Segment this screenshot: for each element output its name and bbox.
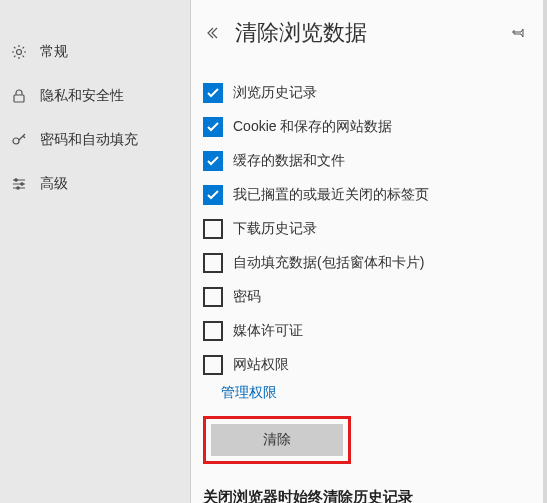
panel-title: 清除浏览数据 <box>235 18 509 48</box>
sidebar-item-general[interactable]: 常规 <box>0 30 190 74</box>
svg-point-2 <box>13 138 19 144</box>
manage-permissions-link[interactable]: 管理权限 <box>191 384 547 402</box>
checkbox[interactable] <box>203 321 223 341</box>
checkbox[interactable] <box>203 287 223 307</box>
checkbox[interactable] <box>203 151 223 171</box>
checkbox-row[interactable]: 下载历史记录 <box>203 212 535 246</box>
back-button[interactable] <box>203 23 225 43</box>
checkbox[interactable] <box>203 185 223 205</box>
pin-icon[interactable] <box>509 23 529 43</box>
checkbox-row[interactable]: 缓存的数据和文件 <box>203 144 535 178</box>
checkbox[interactable] <box>203 253 223 273</box>
clear-options-list: 浏览历史记录Cookie 和保存的网站数据缓存的数据和文件我已搁置的或最近关闭的… <box>191 68 547 382</box>
key-icon <box>10 131 28 149</box>
sidebar-item-label: 常规 <box>40 43 68 61</box>
settings-sidebar: 常规 隐私和安全性 密码和自动填充 高级 <box>0 0 190 503</box>
checkbox-row[interactable]: 自动填充数据(包括窗体和卡片) <box>203 246 535 280</box>
sliders-icon <box>10 175 28 193</box>
panel-header: 清除浏览数据 <box>191 0 547 68</box>
sidebar-item-label: 隐私和安全性 <box>40 87 124 105</box>
main-panel: 清除浏览数据 浏览历史记录Cookie 和保存的网站数据缓存的数据和文件我已搁置… <box>190 0 547 503</box>
checkbox-label: 浏览历史记录 <box>233 84 317 102</box>
svg-point-4 <box>21 183 23 185</box>
clear-button-highlight: 清除 <box>203 416 351 464</box>
checkbox[interactable] <box>203 355 223 375</box>
checkbox-label: 媒体许可证 <box>233 322 303 340</box>
checkbox-label: 我已搁置的或最近关闭的标签页 <box>233 186 429 204</box>
checkbox[interactable] <box>203 117 223 137</box>
clear-button[interactable]: 清除 <box>211 424 343 456</box>
checkbox-row[interactable]: 我已搁置的或最近关闭的标签页 <box>203 178 535 212</box>
checkbox-label: 缓存的数据和文件 <box>233 152 345 170</box>
checkbox-label: 下载历史记录 <box>233 220 317 238</box>
checkbox-label: 自动填充数据(包括窗体和卡片) <box>233 254 424 272</box>
checkbox-row[interactable]: 密码 <box>203 280 535 314</box>
checkbox-label: 密码 <box>233 288 261 306</box>
checkbox-row[interactable]: 浏览历史记录 <box>203 76 535 110</box>
lock-icon <box>10 87 28 105</box>
gear-icon <box>10 43 28 61</box>
svg-point-0 <box>17 50 22 55</box>
sidebar-item-label: 高级 <box>40 175 68 193</box>
checkbox-row[interactable]: 网站权限 <box>203 348 535 382</box>
scrollbar[interactable] <box>543 0 547 503</box>
checkbox-row[interactable]: 媒体许可证 <box>203 314 535 348</box>
svg-rect-1 <box>14 95 24 102</box>
svg-point-5 <box>17 187 19 189</box>
sidebar-item-advanced[interactable]: 高级 <box>0 162 190 206</box>
checkbox[interactable] <box>203 219 223 239</box>
checkbox-label: Cookie 和保存的网站数据 <box>233 118 392 136</box>
sidebar-item-privacy[interactable]: 隐私和安全性 <box>0 74 190 118</box>
sidebar-item-passwords[interactable]: 密码和自动填充 <box>0 118 190 162</box>
checkbox[interactable] <box>203 83 223 103</box>
checkbox-label: 网站权限 <box>233 356 289 374</box>
svg-point-3 <box>15 179 17 181</box>
checkbox-row[interactable]: Cookie 和保存的网站数据 <box>203 110 535 144</box>
auto-clear-section-title: 关闭浏览器时始终清除历史记录 <box>191 480 547 503</box>
sidebar-item-label: 密码和自动填充 <box>40 131 138 149</box>
